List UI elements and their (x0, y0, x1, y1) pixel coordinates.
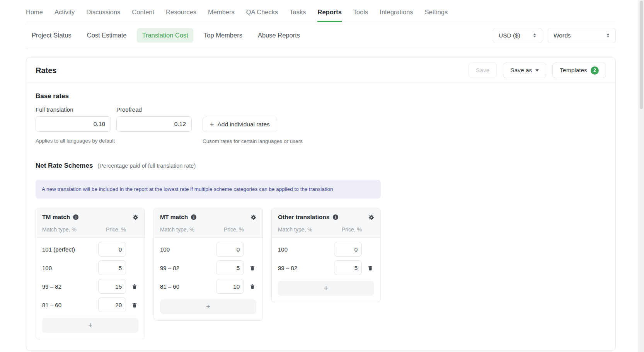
templates-button[interactable]: Templates 2 (552, 63, 606, 78)
units-select[interactable]: Words (548, 28, 616, 43)
other-translations-header: Other translations i Match type, % Price… (272, 208, 380, 238)
tab-project-status[interactable]: Project Status (27, 28, 77, 43)
mt-match-card: MT match i Match type, % Price, % (153, 208, 263, 321)
rates-card-body: Base rates Full translation Applies to a… (26, 83, 615, 350)
tab-translation-cost[interactable]: Translation Cost (137, 28, 193, 43)
price-input[interactable] (216, 260, 244, 275)
delete-row-button[interactable] (132, 302, 137, 308)
currency-select[interactable]: USD ($) (493, 28, 542, 43)
scrollbar-thumb[interactable] (640, 1, 643, 109)
vertical-scrollbar[interactable] (639, 0, 644, 352)
add-rate-row-button[interactable]: + (278, 281, 374, 296)
full-translation-field: Full translation Applies to all language… (36, 106, 111, 144)
rates-card: Rates Save Save as Templates 2 (26, 58, 616, 350)
proofread-input[interactable] (116, 116, 192, 132)
nav-content[interactable]: Content (132, 9, 154, 22)
match-range-label: 99 – 82 (278, 265, 329, 271)
info-icon[interactable]: i (191, 214, 196, 220)
tm-match-title: TM match (42, 214, 70, 221)
info-icon[interactable]: i (333, 214, 338, 220)
nav-tools[interactable]: Tools (353, 9, 368, 22)
chevron-down-icon (535, 69, 539, 71)
updown-caret-icon (533, 33, 537, 38)
price-input[interactable] (98, 242, 126, 257)
other-translations-card: Other translations i Match type, % Price… (271, 208, 381, 302)
templates-count-badge: 2 (591, 66, 599, 75)
proofread-field: Proofread (116, 106, 192, 132)
tab-cost-estimate[interactable]: Cost Estimate (82, 28, 132, 43)
nav-members[interactable]: Members (208, 9, 235, 22)
other-translations-body: 100 99 – 82 + (272, 238, 380, 302)
base-rates-heading: Base rates (36, 92, 606, 100)
price-input[interactable] (98, 279, 126, 294)
match-range-label: 99 – 82 (42, 283, 94, 290)
nav-discussions[interactable]: Discussions (86, 9, 120, 22)
price-column-header: Price, % (98, 226, 126, 233)
delete-row-button[interactable] (250, 265, 255, 271)
gear-icon[interactable] (133, 214, 138, 220)
rate-row: 100 (42, 258, 138, 277)
report-selectors: USD ($) Words (493, 28, 616, 43)
nav-resources[interactable]: Resources (166, 9, 196, 22)
currency-select-value: USD ($) (499, 32, 520, 39)
plus-icon: + (210, 121, 214, 128)
mt-match-title: MT match (160, 214, 188, 221)
rate-row: 101 (perfect) (42, 240, 138, 258)
nav-qa-checks[interactable]: QA Checks (246, 9, 278, 22)
price-input[interactable] (334, 260, 362, 275)
price-input[interactable] (334, 242, 362, 257)
tab-top-members[interactable]: Top Members (199, 28, 247, 43)
delete-row-button[interactable] (368, 265, 373, 271)
mt-match-header: MT match i Match type, % Price, % (154, 208, 262, 238)
add-individual-rates-button[interactable]: + Add individual rates (203, 117, 277, 132)
rate-row: 100 (160, 240, 256, 258)
full-translation-input[interactable] (36, 116, 111, 132)
rate-row: 99 – 82 (160, 258, 256, 277)
tm-match-body: 101 (perfect) 100 99 – 82 (36, 238, 145, 339)
base-rates-row: Full translation Applies to all language… (36, 106, 606, 144)
price-input[interactable] (98, 298, 126, 312)
page: Home Activity Discussions Content Resour… (0, 0, 644, 352)
info-icon[interactable]: i (73, 214, 78, 220)
delete-row-button[interactable] (250, 284, 255, 289)
add-rate-row-button[interactable]: + (160, 299, 256, 314)
tm-match-card: TM match i Match type, % Price, % (36, 208, 145, 339)
gear-icon[interactable] (250, 214, 256, 220)
rate-row: 81 – 60 (160, 277, 256, 296)
nav-home[interactable]: Home (26, 9, 43, 22)
tab-abuse-reports[interactable]: Abuse Reports (253, 28, 305, 43)
nav-tasks[interactable]: Tasks (290, 9, 306, 22)
units-select-value: Words (554, 32, 571, 39)
other-translations-title: Other translations (278, 214, 330, 221)
delete-row-button[interactable] (132, 284, 137, 289)
nav-activity[interactable]: Activity (55, 9, 75, 22)
price-input[interactable] (216, 279, 244, 294)
trash-icon (132, 284, 137, 289)
save-button[interactable]: Save (469, 63, 497, 78)
nav-settings[interactable]: Settings (425, 9, 448, 22)
nav-reports[interactable]: Reports (317, 9, 341, 22)
match-range-label: 100 (160, 246, 211, 253)
add-individual-rates-label: Add individual rates (218, 121, 270, 128)
full-translation-label: Full translation (36, 106, 111, 113)
price-column-header: Price, % (216, 226, 244, 233)
trash-icon (250, 265, 255, 271)
add-individual-rates-help: Cusom rates for certain languages or use… (203, 138, 303, 144)
save-as-button[interactable]: Save as (503, 63, 546, 78)
rates-card-header: Rates Save Save as Templates 2 (26, 58, 615, 83)
price-column-header: Price, % (334, 226, 362, 233)
nav-integrations[interactable]: Integrations (380, 9, 413, 22)
save-as-button-label: Save as (510, 67, 532, 74)
price-input[interactable] (216, 242, 244, 257)
price-input[interactable] (98, 260, 126, 275)
trash-icon (250, 284, 255, 289)
add-rate-row-button[interactable]: + (42, 318, 138, 333)
mt-match-body: 100 99 – 82 81 – 60 (154, 238, 262, 320)
updown-caret-icon (606, 33, 610, 38)
trash-icon (132, 302, 137, 308)
save-button-label: Save (476, 67, 489, 74)
rate-row: 99 – 82 (42, 277, 138, 296)
match-type-column-header: Match type, % (278, 226, 329, 233)
gear-icon[interactable] (368, 214, 374, 220)
match-range-label: 81 – 60 (42, 302, 94, 308)
